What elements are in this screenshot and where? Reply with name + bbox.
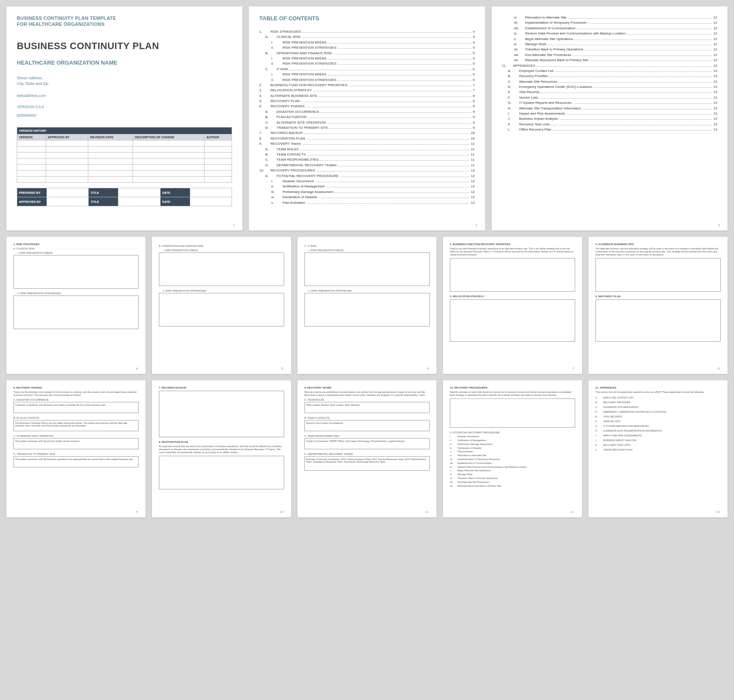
page-7: 2. BUSINESS FUNCTION RECOVERY PRIORITIES… (443, 237, 582, 374)
content-box (595, 299, 721, 342)
page-12: 10. RECOVERY PROCEDURES Specific activit… (443, 380, 582, 517)
toc-list-cont: vi.Relocation to Alternate Site12vii.Imp… (502, 15, 717, 133)
content-box (450, 398, 575, 428)
version-history-table: VERSION HISTORY VERSIONAPPROVED BYREVISI… (17, 127, 232, 183)
page-8: 4. ALTERNATE BUSINESS SITE The alternate… (588, 237, 728, 374)
web-address: webaddress.com (17, 93, 232, 99)
content-box (13, 296, 139, 329)
org-name: HEALTHCARE ORGANIZATION NAME (17, 59, 232, 66)
toc-header: TABLE OF CONTENTS (259, 15, 474, 22)
content-box (595, 258, 721, 292)
page-13: 11. APPENDICES This section lists all th… (588, 380, 728, 517)
version: VERSION 0.0.0 (17, 105, 232, 109)
content-box (304, 252, 430, 286)
page-9: 6. RECOVERY PHASES These are the activit… (6, 380, 146, 517)
page-6: C. IT RISK i. RISK PREVENTION AREAS ii. … (297, 237, 437, 374)
doc-date: 00/00/0000 (17, 113, 232, 118)
page-11: 9. RECOVERY TEAMS Recovery teams are est… (297, 380, 437, 517)
template-header: BUSINESS CONTINUITY PLAN TEMPLATEFOR HEA… (17, 15, 232, 28)
signoff-table: PREPARED BYTITLEDATE APPROVED BYTITLEDAT… (17, 188, 232, 206)
content-box (159, 252, 284, 286)
address-block: Street AddressCity, State and Zip (17, 75, 232, 87)
content-box (304, 293, 430, 327)
content-box (450, 258, 575, 292)
content-box (159, 293, 284, 327)
page-4: 1. RISK STRATEGIES A. CLINICAL RISK i. R… (6, 237, 146, 374)
page-10: 7. RECORDS BACKUP 8. RESTORATION PLAN Al… (152, 380, 291, 517)
procedure-list: i.Disaster Occurrenceii.Notification of … (450, 435, 575, 488)
content-box (159, 456, 284, 489)
doc-title: BUSINESS CONTINUITY PLAN (17, 40, 232, 52)
appendix-list: A.EMPLOYEE CONTACT LISTB.RECOVERY PRIORI… (595, 395, 721, 452)
page-3: vi.Relocation to Alternate Site12vii.Imp… (492, 6, 728, 230)
toc-list: 1.RISK STRATEGIES4A.CLINICAL RISK4i.RISK… (259, 29, 474, 205)
page-5: B. OPERATIONS AND FINANCE RISK i. RISK P… (152, 237, 291, 374)
content-box (13, 255, 139, 289)
page-1: BUSINESS CONTINUITY PLAN TEMPLATEFOR HEA… (6, 6, 242, 230)
content-box (450, 299, 575, 342)
content-box (159, 391, 284, 437)
page-2: TABLE OF CONTENTS 1.RISK STRATEGIES4A.CL… (249, 6, 485, 230)
